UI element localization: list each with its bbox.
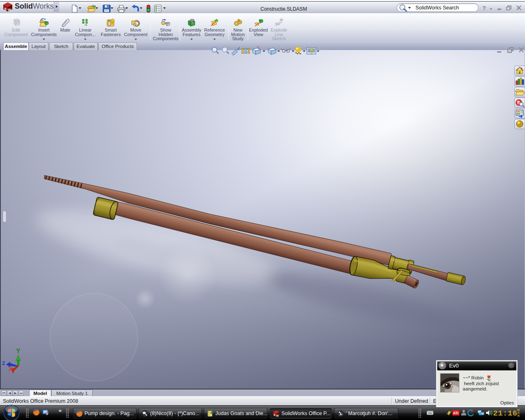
svg-text:Z: Z bbox=[2, 360, 5, 366]
svg-text:S: S bbox=[4, 7, 7, 11]
svg-text:W: W bbox=[8, 8, 11, 12]
svg-text:ATI: ATI bbox=[453, 411, 459, 415]
svg-text:S: S bbox=[274, 413, 275, 416]
svg-text:W: W bbox=[276, 414, 279, 417]
